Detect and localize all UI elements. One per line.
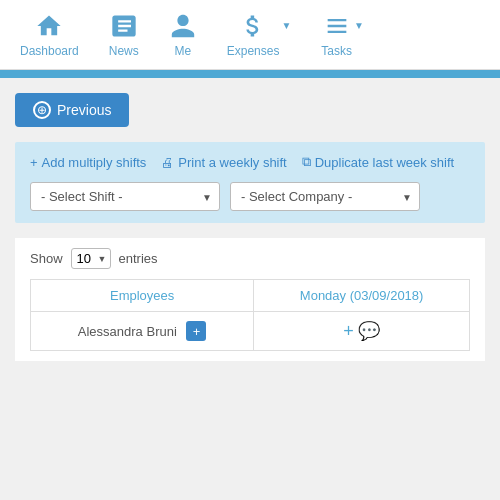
col-employees: Employees <box>31 280 254 312</box>
nav-label-dashboard: Dashboard <box>20 44 79 58</box>
nav-item-news[interactable]: News <box>109 12 139 58</box>
dollar-icon <box>239 12 267 40</box>
add-cell-icon[interactable]: + <box>343 321 354 342</box>
top-navigation: Dashboard News Me Expenses ▼ <box>0 0 500 70</box>
entries-select-wrapper: 10 25 50 <box>71 248 111 269</box>
nav-item-tasks[interactable]: Tasks ▼ <box>321 12 364 58</box>
nav-item-me[interactable]: Me <box>169 12 197 58</box>
entries-count-select[interactable]: 10 25 50 <box>71 248 111 269</box>
plus-icon: + <box>30 155 38 170</box>
duplicate-last-week-link[interactable]: ⧉ Duplicate last week shift <box>302 154 454 170</box>
shifts-panel: + Add multiply shifts 🖨 Print a weekly s… <box>15 142 485 223</box>
monday-cell: + 💬 <box>254 312 470 351</box>
monday-cell-icons: + 💬 <box>264 320 459 342</box>
tasks-arrow-icon: ▼ <box>354 20 364 31</box>
table-row: Alessandra Bruni + + 💬 <box>31 312 470 351</box>
news-icon <box>110 12 138 40</box>
previous-button[interactable]: ⊕ Previous <box>15 93 129 127</box>
shifts-actions: + Add multiply shifts 🖨 Print a weekly s… <box>30 154 470 170</box>
blue-strip <box>0 70 500 78</box>
table-header-row: Employees Monday (03/09/2018) <box>31 280 470 312</box>
select-company-dropdown[interactable]: - Select Company - <box>230 182 420 211</box>
expenses-arrow-icon: ▼ <box>281 20 291 31</box>
nav-item-expenses[interactable]: Expenses ▼ <box>227 12 292 58</box>
print-weekly-shift-link[interactable]: 🖨 Print a weekly shift <box>161 154 286 170</box>
previous-circle-icon: ⊕ <box>33 101 51 119</box>
home-icon <box>35 12 63 40</box>
show-entries-row: Show 10 25 50 entries <box>30 248 470 269</box>
duplicate-last-label: Duplicate last week shift <box>315 155 454 170</box>
shifts-selects: - Select Shift - - Select Company - <box>30 182 470 211</box>
print-weekly-label: Print a weekly shift <box>178 155 286 170</box>
table-area: Show 10 25 50 entries Employees Monday (… <box>15 238 485 361</box>
add-multiply-shifts-link[interactable]: + Add multiply shifts <box>30 154 146 170</box>
nav-label-news: News <box>109 44 139 58</box>
nav-label-me: Me <box>174 44 191 58</box>
duplicate-icon: ⧉ <box>302 154 311 170</box>
select-shift-wrapper: - Select Shift - <box>30 182 220 211</box>
comment-cell-icon[interactable]: 💬 <box>358 320 380 342</box>
select-company-wrapper: - Select Company - <box>230 182 420 211</box>
data-table: Employees Monday (03/09/2018) Alessandra… <box>30 279 470 351</box>
previous-button-label: Previous <box>57 102 111 118</box>
nav-item-dashboard[interactable]: Dashboard <box>20 12 79 58</box>
select-shift-dropdown[interactable]: - Select Shift - <box>30 182 220 211</box>
tasks-icon <box>323 12 351 40</box>
content-area: ⊕ Previous + Add multiply shifts 🖨 Print… <box>0 78 500 376</box>
show-label: Show <box>30 251 63 266</box>
nav-label-expenses: Expenses <box>227 44 280 58</box>
entries-label: entries <box>119 251 158 266</box>
employee-name-cell: Alessandra Bruni + <box>31 312 254 351</box>
nav-label-tasks: Tasks <box>321 44 352 58</box>
add-employee-button[interactable]: + <box>186 321 206 341</box>
print-icon: 🖨 <box>161 155 174 170</box>
col-monday: Monday (03/09/2018) <box>254 280 470 312</box>
person-icon <box>169 12 197 40</box>
add-multiply-label: Add multiply shifts <box>42 155 147 170</box>
employee-name: Alessandra Bruni <box>78 324 177 339</box>
